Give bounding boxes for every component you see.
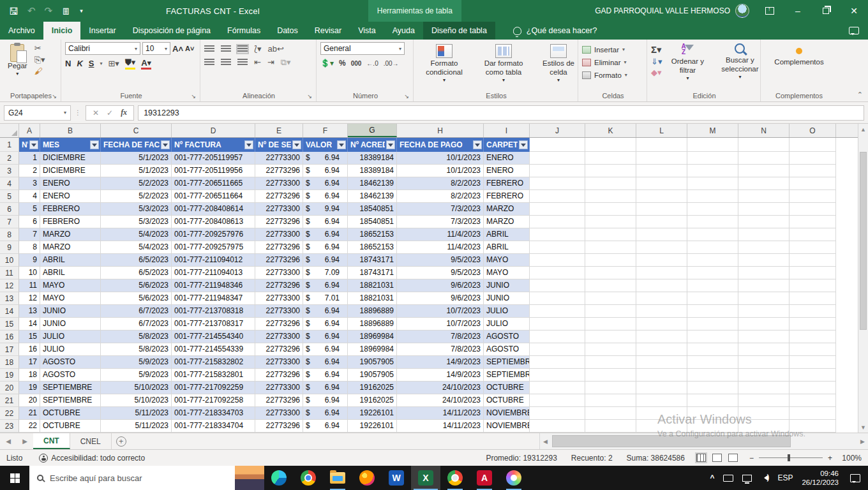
cell-C3[interactable]: 5/1/2023 xyxy=(101,165,172,177)
empty-cell[interactable] xyxy=(585,279,636,292)
start-button[interactable] xyxy=(0,466,29,490)
percent-icon[interactable]: % xyxy=(339,59,346,68)
empty-cell[interactable] xyxy=(530,318,585,330)
alignment-dialog-launcher[interactable]: ↘ xyxy=(307,93,312,100)
empty-cell[interactable] xyxy=(530,165,585,177)
horizontal-scroll-thumb[interactable] xyxy=(552,435,791,447)
collapse-ribbon-icon[interactable]: ⌃ xyxy=(857,91,863,99)
empty-cell[interactable] xyxy=(530,267,585,279)
empty-cell[interactable] xyxy=(636,279,687,292)
empty-cell[interactable] xyxy=(687,394,738,407)
cell-I4[interactable]: FEBRERO xyxy=(484,177,530,190)
empty-cell[interactable] xyxy=(789,279,836,292)
cell-A8[interactable]: 7 xyxy=(19,228,40,241)
empty-cell[interactable] xyxy=(585,267,636,279)
cell-H8[interactable]: 11/4/2023 xyxy=(397,228,484,241)
empty-cell[interactable] xyxy=(530,138,585,152)
cell-B21[interactable]: SEPTIEMBRE xyxy=(40,394,101,407)
empty-cell[interactable] xyxy=(530,356,585,369)
row-header-2[interactable]: 2 xyxy=(0,152,19,165)
account-area[interactable]: GAD PARROQUIAL VALLE HERMOSO xyxy=(588,4,756,18)
column-header-J[interactable]: J xyxy=(530,124,585,137)
format-cells-button[interactable]: Formato▾ xyxy=(582,69,644,81)
empty-cell[interactable] xyxy=(738,394,789,407)
empty-cell[interactable] xyxy=(636,318,687,330)
cell-D16[interactable]: 001-777-214554340 xyxy=(172,330,255,343)
empty-cell[interactable] xyxy=(636,305,687,318)
empty-cell[interactable] xyxy=(789,356,836,369)
align-bottom-icon[interactable] xyxy=(237,45,248,53)
cell-H6[interactable]: 7/3/2023 xyxy=(397,203,484,216)
orientation-icon[interactable]: ⟅▾ xyxy=(254,45,262,54)
cell-I2[interactable]: ENERO xyxy=(484,152,530,165)
cell-B14[interactable]: JUNIO xyxy=(40,305,101,318)
cell-A4[interactable]: 3 xyxy=(19,177,40,190)
empty-cell[interactable] xyxy=(687,267,738,279)
cell-E12[interactable]: 22773296 xyxy=(255,279,303,292)
cell-I18[interactable]: SEPTIEMBRE xyxy=(484,356,530,369)
row-header-7[interactable]: 7 xyxy=(0,216,19,228)
cell-A3[interactable]: 2 xyxy=(19,165,40,177)
empty-cell[interactable] xyxy=(738,407,789,420)
empty-cell[interactable] xyxy=(636,152,687,165)
redo-icon[interactable]: ↷ xyxy=(45,5,53,17)
increase-decimal-icon[interactable]: ←.0 xyxy=(366,60,378,67)
empty-cell[interactable] xyxy=(687,165,738,177)
cell-B10[interactable]: ABRIL xyxy=(40,254,101,267)
taskbar-chrome[interactable] xyxy=(294,466,323,490)
taskbar-file-explorer[interactable] xyxy=(323,466,352,490)
cell-H15[interactable]: 10/7/2023 xyxy=(397,318,484,330)
filter-dropdown-icon[interactable] xyxy=(29,140,38,149)
column-header-I[interactable]: I xyxy=(484,124,530,137)
cell-F13[interactable]: $7.01 xyxy=(303,292,348,305)
table-header-6[interactable]: VALOR xyxy=(303,138,348,152)
row-header-18[interactable]: 18 xyxy=(0,356,19,369)
cell-I22[interactable]: NOVIEMBRE xyxy=(484,407,530,420)
cell-C19[interactable]: 5/9/2023 xyxy=(101,369,172,382)
horizontal-scrollbar[interactable]: ◀ ▶ xyxy=(539,433,868,449)
insert-function-icon[interactable]: fx xyxy=(121,108,127,117)
taskbar-search[interactable]: Escribe aquí para buscar xyxy=(29,466,235,490)
close-button[interactable]: ✕ xyxy=(840,0,868,22)
cell-A10[interactable]: 9 xyxy=(19,254,40,267)
empty-cell[interactable] xyxy=(585,356,636,369)
tab-diseno-de-tabla[interactable]: Diseño de tabla xyxy=(423,22,495,40)
empty-cell[interactable] xyxy=(687,152,738,165)
cell-B6[interactable]: FEBRERO xyxy=(40,203,101,216)
cell-F21[interactable]: $6.94 xyxy=(303,394,348,407)
cell-I8[interactable]: ABRIL xyxy=(484,228,530,241)
cell-C18[interactable]: 5/9/2023 xyxy=(101,356,172,369)
table-header-1[interactable]: Nº xyxy=(19,138,40,152)
empty-cell[interactable] xyxy=(530,330,585,343)
empty-cell[interactable] xyxy=(636,292,687,305)
empty-cell[interactable] xyxy=(687,356,738,369)
taskbar-chrome-profile[interactable] xyxy=(440,466,470,490)
filter-dropdown-icon[interactable] xyxy=(292,140,301,149)
empty-cell[interactable] xyxy=(636,190,687,203)
cell-A17[interactable]: 16 xyxy=(19,343,40,356)
empty-cell[interactable] xyxy=(530,369,585,382)
cell-H10[interactable]: 9/5/2023 xyxy=(397,254,484,267)
align-middle-icon[interactable] xyxy=(221,45,231,53)
font-color-icon[interactable]: A▾ xyxy=(141,58,151,70)
cell-B15[interactable]: JUNIO xyxy=(40,318,101,330)
cell-E8[interactable]: 22773300 xyxy=(255,228,303,241)
cell-F11[interactable]: $7.09 xyxy=(303,267,348,279)
cell-G11[interactable]: 18743171 xyxy=(348,267,397,279)
row-header-9[interactable]: 9 xyxy=(0,241,19,254)
empty-cell[interactable] xyxy=(585,382,636,394)
empty-cell[interactable] xyxy=(585,407,636,420)
cell-H9[interactable]: 11/4/2023 xyxy=(397,241,484,254)
fill-icon[interactable]: ⇓▾ xyxy=(651,57,662,66)
row-header-13[interactable]: 13 xyxy=(0,292,19,305)
empty-cell[interactable] xyxy=(530,292,585,305)
table-header-5[interactable]: Nº DE SERV xyxy=(255,138,303,152)
cell-A5[interactable]: 4 xyxy=(19,190,40,203)
scroll-left-icon[interactable]: ◀ xyxy=(540,438,551,445)
copy-icon[interactable]: ⎘▾ xyxy=(34,56,45,64)
cell-F20[interactable]: $6.94 xyxy=(303,382,348,394)
empty-cell[interactable] xyxy=(687,420,738,433)
column-header-G[interactable]: G xyxy=(348,124,397,137)
insert-cells-button[interactable]: Insertar▾ xyxy=(582,43,644,56)
cell-A19[interactable]: 18 xyxy=(19,369,40,382)
